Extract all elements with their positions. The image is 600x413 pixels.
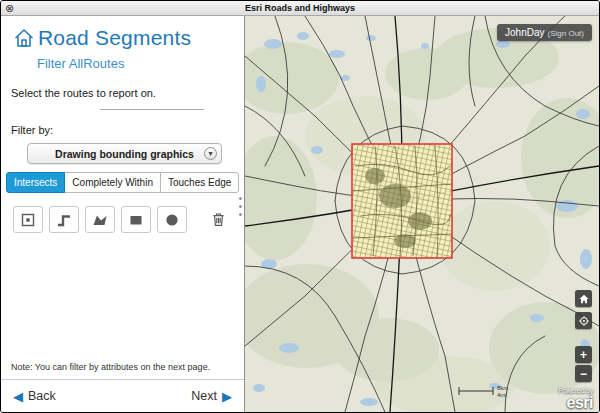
- draw-tools-toolbar: [13, 206, 236, 233]
- sign-out-link[interactable]: (Sign Out): [548, 29, 584, 38]
- selection-graphic: [352, 144, 452, 258]
- close-icon[interactable]: ⊗: [5, 1, 14, 15]
- segment-intersects[interactable]: Intersects: [6, 172, 65, 193]
- rectangle-icon: [128, 212, 144, 228]
- note-text: Note: You can filter by attributes on th…: [11, 362, 234, 372]
- map-view[interactable]: 8km 4mi JohnDay (Sign Out): [245, 16, 599, 412]
- draw-polyline-button[interactable]: [49, 206, 79, 233]
- ellipse-icon: [164, 212, 180, 228]
- locate-button[interactable]: [575, 312, 592, 329]
- user-name: JohnDay: [505, 27, 544, 38]
- svg-text:8km: 8km: [497, 385, 508, 391]
- title-bar: ⊗ Esri Roads and Highways: [1, 1, 599, 16]
- page-title: Road Segments: [38, 26, 191, 50]
- left-panel: Road Segments Filter AllRoutes Select th…: [1, 16, 245, 412]
- zoom-out-button[interactable]: −: [575, 365, 592, 382]
- filter-method-dropdown[interactable]: Drawing bounding graphics ▾: [27, 143, 222, 164]
- svg-text:4mi: 4mi: [497, 392, 507, 398]
- draw-polygon-button[interactable]: [85, 206, 115, 233]
- segment-completely-within[interactable]: Completely Within: [64, 172, 161, 193]
- back-label: Back: [28, 389, 56, 403]
- panel-resize-handle[interactable]: [239, 194, 242, 218]
- polygon-icon: [92, 212, 108, 228]
- trash-icon: [210, 211, 227, 228]
- wizard-footer: ◀ Back Next ▶: [1, 379, 244, 412]
- window-title: Esri Roads and Highways: [245, 3, 355, 13]
- divider: [100, 109, 204, 110]
- select-point-icon: [20, 212, 36, 228]
- segment-touches-edge[interactable]: Touches Edge: [160, 172, 239, 193]
- page-subtitle: Filter AllRoutes: [37, 56, 244, 71]
- next-label: Next: [191, 389, 217, 403]
- next-chevron-icon: ▶: [222, 390, 232, 403]
- basemap-canvas: 8km 4mi: [245, 16, 599, 412]
- draw-ellipse-button[interactable]: [157, 206, 187, 233]
- back-button[interactable]: ◀ Back: [13, 389, 61, 403]
- polyline-icon: [56, 212, 72, 228]
- draw-rectangle-button[interactable]: [121, 206, 151, 233]
- chevron-down-icon[interactable]: ▾: [204, 147, 217, 160]
- select-point-button[interactable]: [13, 206, 43, 233]
- clear-graphics-button[interactable]: [203, 206, 233, 233]
- app-window: ⊗ Esri Roads and Highways Road Segments …: [0, 0, 600, 413]
- description-text: Select the routes to report on.: [11, 87, 234, 99]
- home-house-icon: [13, 27, 35, 49]
- user-badge[interactable]: JohnDay (Sign Out): [497, 24, 592, 41]
- map-controls: + −: [575, 290, 592, 382]
- spatial-filter-segmented-control: Intersects Completely Within Touches Edg…: [6, 172, 239, 193]
- dropdown-selected-value: Drawing bounding graphics: [55, 148, 194, 160]
- next-button[interactable]: Next ▶: [186, 389, 232, 403]
- zoom-in-button[interactable]: +: [575, 346, 592, 363]
- back-chevron-icon: ◀: [13, 390, 23, 403]
- home-extent-button[interactable]: [575, 290, 592, 307]
- filter-by-label: Filter by:: [11, 124, 234, 136]
